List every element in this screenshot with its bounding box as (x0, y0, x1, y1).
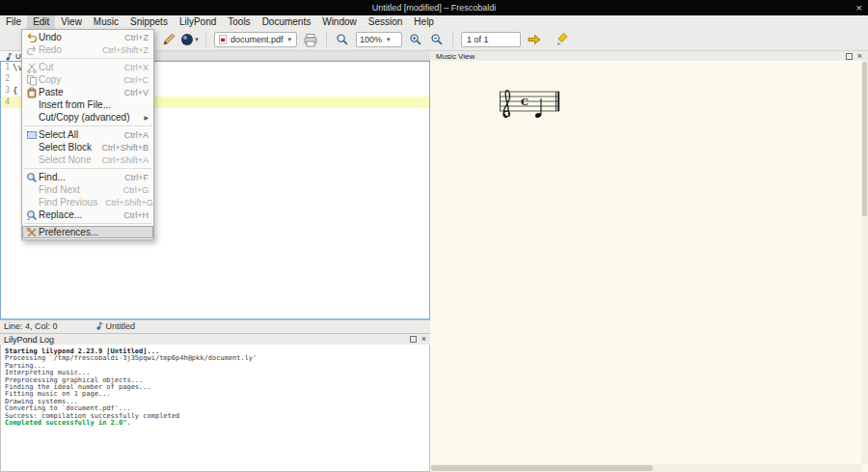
window-titlebar[interactable]: Untitled [modified] – Frescobaldi × (0, 0, 868, 15)
menu-separator (23, 168, 152, 169)
menu-item-select-block[interactable]: Select Block Ctrl+Shift+B (22, 141, 153, 153)
toolbar-separator (205, 32, 206, 47)
engrave-button[interactable] (160, 31, 177, 48)
menu-item-find-next[interactable]: Find Next Ctrl+G (22, 183, 153, 196)
menu-item-label: Redo (39, 44, 95, 55)
next-page-button[interactable] (526, 31, 543, 48)
document-combobox[interactable]: document.pdf ▾ (214, 32, 297, 47)
menu-item-shortcut: Ctrl+X (124, 63, 149, 72)
menu-separator (23, 58, 152, 59)
music-staff: C (500, 84, 567, 128)
toolbar-separator (452, 32, 453, 47)
lilypond-log-output[interactable]: Starting lilypond 2.23.9 [Untitled]... P… (0, 345, 430, 472)
menu-file[interactable]: File (0, 15, 27, 29)
menu-item-shortcut: Ctrl+A (124, 130, 149, 140)
music-note-icon (6, 52, 13, 61)
window-close-icon[interactable]: × (856, 0, 862, 15)
menu-item-replace[interactable]: Replace... Ctrl+H (22, 208, 153, 221)
page-indicator[interactable]: 1 of 1 (461, 32, 521, 47)
clear-highlighting-button[interactable] (553, 31, 570, 48)
scrollbar-handle[interactable] (431, 465, 653, 471)
menu-lilypond[interactable]: LilyPond (174, 15, 222, 29)
menu-item-insert-from-file[interactable]: Insert from File... (22, 98, 153, 111)
menu-item-label: Copy (39, 74, 116, 85)
menu-music[interactable]: Music (88, 15, 124, 29)
treble-clef-icon (503, 91, 510, 118)
zoom-in-button[interactable] (407, 31, 424, 48)
horizontal-scrollbar[interactable] (430, 464, 861, 472)
menu-item-shortcut: Ctrl+Shift+A (101, 155, 149, 165)
zoom-combobox[interactable]: 100% ▾ (356, 32, 402, 47)
menu-item-shortcut: Ctrl+Z (124, 33, 149, 42)
preferences-icon (25, 227, 39, 238)
vertical-scrollbar[interactable] (861, 61, 868, 464)
menu-item-shortcut: Ctrl+V (124, 88, 149, 97)
menu-item-cut-copy-advanced[interactable]: Cut/Copy (advanced) ▶ (22, 111, 153, 124)
music-view-titlebar[interactable]: Music View × (430, 51, 868, 61)
menubar: File Edit View Music Snippets LilyPond T… (0, 15, 868, 29)
panel-float-icon[interactable] (410, 336, 417, 343)
redo-icon (25, 44, 39, 56)
menu-separator (23, 125, 152, 126)
menu-item-label: Cut (39, 62, 117, 72)
menu-session[interactable]: Session (363, 15, 409, 29)
scrollbar-handle[interactable] (862, 62, 867, 216)
cursor-position: Line: 4, Col: 0 (4, 321, 58, 331)
menu-view[interactable]: View (55, 15, 88, 29)
highlighter-icon (555, 33, 569, 47)
menu-item-paste[interactable]: Paste Ctrl+V (22, 86, 153, 98)
zoom-out-button[interactable] (428, 31, 446, 48)
menu-documents[interactable]: Documents (257, 15, 317, 29)
statusbar-document[interactable]: Untitled (96, 321, 136, 331)
menu-item-find[interactable]: Find... Ctrl+F (22, 171, 153, 183)
lilypond-engrave-menu-button[interactable]: ▾ (181, 31, 199, 48)
lilypond-log-title: LilyPond Log (4, 335, 54, 345)
menu-item-select-none[interactable]: Select None Ctrl+Shift+A (22, 153, 153, 166)
select-all-icon (25, 129, 39, 141)
cut-icon (25, 62, 39, 73)
menu-item-shortcut: Ctrl+Shift+G (105, 198, 153, 208)
statusbar-document-label: Untitled (106, 321, 136, 331)
menu-item-label: Replace... (39, 209, 116, 220)
menu-help[interactable]: Help (408, 15, 440, 29)
line-number: 3 (1, 85, 13, 97)
menu-item-select-all[interactable]: Select All Ctrl+A (22, 128, 153, 141)
line-number: 1 (1, 62, 13, 73)
frescobaldi-window: Untitled [modified] – Frescobaldi × File… (0, 0, 868, 472)
zoom-combobox-value: 100% (360, 35, 382, 44)
line-number: 4 (1, 97, 13, 108)
menu-item-redo[interactable]: Redo Ctrl+Shift+Z (22, 43, 153, 56)
menu-tools[interactable]: Tools (222, 15, 256, 29)
menu-window[interactable]: Window (316, 15, 363, 29)
pdf-document-icon (218, 34, 228, 45)
lilypond-icon (181, 34, 193, 45)
menu-item-label: Find Previous (39, 197, 97, 208)
fit-zoom-button[interactable] (334, 31, 351, 48)
menu-edit[interactable]: Edit (27, 15, 55, 29)
menu-item-preferences[interactable]: Preferences... (22, 226, 153, 238)
menu-item-shortcut: Ctrl+F (124, 173, 149, 182)
menu-item-find-previous[interactable]: Find Previous Ctrl+Shift+G (22, 196, 153, 208)
menu-item-label: Find Next (39, 184, 116, 195)
panel-float-icon[interactable] (846, 53, 853, 60)
submenu-arrow-icon: ▶ (144, 114, 149, 121)
lilypond-log-titlebar[interactable]: LilyPond Log × (0, 333, 430, 345)
music-view-page[interactable]: C (430, 61, 868, 472)
print-button[interactable] (302, 31, 319, 48)
menu-item-cut[interactable]: Cut Ctrl+X (22, 61, 153, 73)
page-indicator-value: 1 of 1 (467, 35, 489, 44)
replace-icon (25, 209, 39, 221)
menu-item-label: Paste (39, 87, 117, 97)
panel-close-icon[interactable]: × (857, 53, 862, 60)
menu-item-copy[interactable]: Copy Ctrl+C (22, 73, 153, 86)
arrow-right-icon (527, 32, 542, 47)
menu-item-shortcut: Ctrl+H (123, 210, 149, 220)
copy-icon (25, 74, 39, 86)
menu-item-label: Preferences... (39, 227, 141, 237)
statusbar: Line: 4, Col: 0 Untitled (0, 319, 430, 331)
menu-item-undo[interactable]: Undo Ctrl+Z (22, 31, 153, 43)
panel-close-icon[interactable]: × (421, 336, 426, 343)
menu-snippets[interactable]: Snippets (124, 15, 174, 29)
menu-item-shortcut: Ctrl+Shift+Z (102, 45, 149, 55)
menu-item-label: Select Block (39, 142, 94, 153)
